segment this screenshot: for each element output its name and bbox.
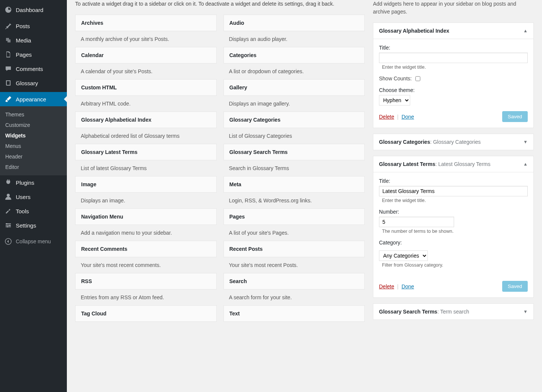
- widget-handle[interactable]: Text: [223, 305, 365, 322]
- widget-handle[interactable]: Custom HTML: [75, 79, 217, 96]
- sidebar-item-glossary[interactable]: Glossary: [0, 76, 67, 90]
- sidebar-item-tools[interactable]: Tools: [0, 204, 67, 218]
- sidebar-item-label: Settings: [16, 222, 36, 229]
- widget-item: Custom HTMLArbitrary HTML code.: [75, 79, 217, 112]
- saved-button[interactable]: Saved: [502, 281, 528, 292]
- widget-panel-glossary-categories: Glossary Categories: Glossary Categories…: [373, 134, 534, 150]
- widget-description: Add a navigation menu to your sidebar.: [75, 225, 217, 241]
- submenu-menus[interactable]: Menus: [0, 141, 67, 151]
- widget-handle[interactable]: Calendar: [75, 47, 217, 63]
- widget-handle[interactable]: Glossary Alphabetical Index: [75, 112, 217, 128]
- delete-link[interactable]: Delete: [379, 114, 394, 120]
- sidebar-item-posts[interactable]: Posts: [0, 19, 67, 33]
- widget-description: Login, RSS, & WordPress.org links.: [223, 193, 365, 208]
- widget-description: Your site's most recent Posts.: [223, 257, 365, 273]
- panel-header[interactable]: Glossary Search Terms: Term search ▼: [373, 304, 533, 320]
- submenu-editor[interactable]: Editor: [0, 162, 67, 172]
- dashboard-icon: [5, 6, 12, 14]
- theme-label: Choose theme:: [379, 87, 528, 93]
- saved-button[interactable]: Saved: [502, 111, 528, 122]
- widget-description: Arbitrary HTML code.: [75, 96, 217, 112]
- triangle-down-icon: ▼: [523, 139, 528, 145]
- triangle-down-icon: ▼: [523, 309, 528, 314]
- title-label: Title:: [379, 45, 528, 51]
- number-input[interactable]: [379, 217, 454, 227]
- collapse-menu[interactable]: Collapse menu: [0, 234, 67, 249]
- panel-subtitle: : Term search: [437, 309, 469, 315]
- widget-description: A list of your site's Pages.: [223, 225, 365, 241]
- title-input[interactable]: [379, 186, 528, 196]
- submenu-customize[interactable]: Customize: [0, 120, 67, 130]
- sidebar-item-label: Appearance: [16, 96, 46, 103]
- widget-handle[interactable]: Search: [223, 273, 365, 289]
- sidebar-item-label: Dashboard: [16, 7, 43, 13]
- collapse-icon: [5, 238, 12, 245]
- category-select[interactable]: Any Categories: [379, 250, 428, 261]
- theme-select[interactable]: Hyphen: [379, 95, 410, 106]
- widget-description: Search in Glossary Terms: [223, 160, 365, 176]
- triangle-up-icon: ▲: [523, 161, 528, 167]
- widget-item: Glossary Search TermsSearch in Glossary …: [223, 144, 365, 176]
- sidebar-item-dashboard[interactable]: Dashboard: [0, 3, 67, 17]
- show-counts-checkbox[interactable]: [415, 76, 420, 81]
- widget-handle[interactable]: Archives: [75, 15, 217, 31]
- panel-title: Glossary Categories: [379, 139, 430, 145]
- widget-handle[interactable]: Audio: [223, 15, 365, 31]
- sidebar-item-appearance[interactable]: Appearance: [0, 92, 67, 106]
- panel-header[interactable]: Glossary Latest Terms: Latest Glossary T…: [373, 156, 533, 172]
- widget-item: MetaLogin, RSS, & WordPress.org links.: [223, 176, 365, 208]
- widget-description: A search form for your site.: [223, 289, 365, 305]
- submenu-widgets[interactable]: Widgets: [0, 130, 67, 141]
- widget-handle[interactable]: Recent Posts: [223, 241, 365, 257]
- widget-item: ImageDisplays an image.: [75, 176, 217, 208]
- done-link[interactable]: Done: [402, 114, 414, 120]
- widget-item: Text: [223, 305, 365, 332]
- widget-handle[interactable]: Recent Comments: [75, 241, 217, 257]
- sidebar-item-pages[interactable]: Pages: [0, 47, 67, 62]
- widget-handle[interactable]: Pages: [223, 208, 365, 225]
- panel-subtitle: : Glossary Categories: [430, 139, 481, 145]
- widget-handle[interactable]: Image: [75, 176, 217, 193]
- panel-header[interactable]: Glossary Categories: Glossary Categories…: [373, 134, 533, 150]
- widget-handle[interactable]: Glossary Latest Terms: [75, 144, 217, 160]
- widget-grid: ArchivesA monthly archive of your site's…: [75, 15, 365, 332]
- widget-item: SearchA search form for your site.: [223, 273, 365, 305]
- done-link[interactable]: Done: [402, 283, 414, 289]
- user-icon: [5, 193, 12, 201]
- sidebar-item-media[interactable]: Media: [0, 33, 67, 47]
- available-widgets-column: To activate a widget drag it to a sideba…: [75, 0, 365, 384]
- sidebar-item-label: Comments: [16, 66, 43, 72]
- widget-handle[interactable]: Tag Cloud: [75, 305, 217, 322]
- sidebar-item-users[interactable]: Users: [0, 190, 67, 204]
- comments-icon: [5, 65, 12, 72]
- panel-header[interactable]: Glossary Alphabetical Index ▲: [373, 23, 533, 39]
- submenu-themes[interactable]: Themes: [0, 109, 67, 120]
- sidebar-item-plugins[interactable]: Plugins: [0, 175, 67, 190]
- panel-title: Glossary Alphabetical Index: [379, 28, 449, 34]
- sidebar-item-label: Posts: [16, 23, 30, 29]
- widget-description: Displays an image.: [75, 193, 217, 208]
- sidebar-widgets-column: Add widgets here to appear in your sideb…: [373, 0, 534, 384]
- widget-handle[interactable]: Glossary Search Terms: [223, 144, 365, 160]
- title-input[interactable]: [379, 53, 528, 63]
- show-counts-label: Show Counts:: [379, 75, 412, 81]
- sidebar-item-settings[interactable]: Settings: [0, 218, 67, 232]
- submenu-header[interactable]: Header: [0, 151, 67, 162]
- widget-handle[interactable]: RSS: [75, 273, 217, 289]
- widget-item: Tag Cloud: [75, 305, 217, 332]
- widget-handle[interactable]: Navigation Menu: [75, 208, 217, 225]
- svg-point-2: [7, 226, 8, 228]
- widget-description: [223, 322, 365, 332]
- widget-handle[interactable]: Glossary Categories: [223, 112, 365, 128]
- widget-description: A calendar of your site's Posts.: [75, 63, 217, 79]
- main-content: To activate a widget drag it to a sideba…: [67, 0, 542, 392]
- delete-link[interactable]: Delete: [379, 283, 394, 289]
- widget-handle[interactable]: Meta: [223, 176, 365, 193]
- sidebar-item-comments[interactable]: Comments: [0, 62, 67, 76]
- widget-handle[interactable]: Categories: [223, 47, 365, 63]
- sidebar-item-label: Users: [16, 194, 30, 200]
- widget-item: Navigation MenuAdd a navigation menu to …: [75, 208, 217, 241]
- widget-handle[interactable]: Gallery: [223, 79, 365, 96]
- title-hint: Enter the widget title.: [382, 65, 528, 70]
- pages-icon: [5, 51, 12, 58]
